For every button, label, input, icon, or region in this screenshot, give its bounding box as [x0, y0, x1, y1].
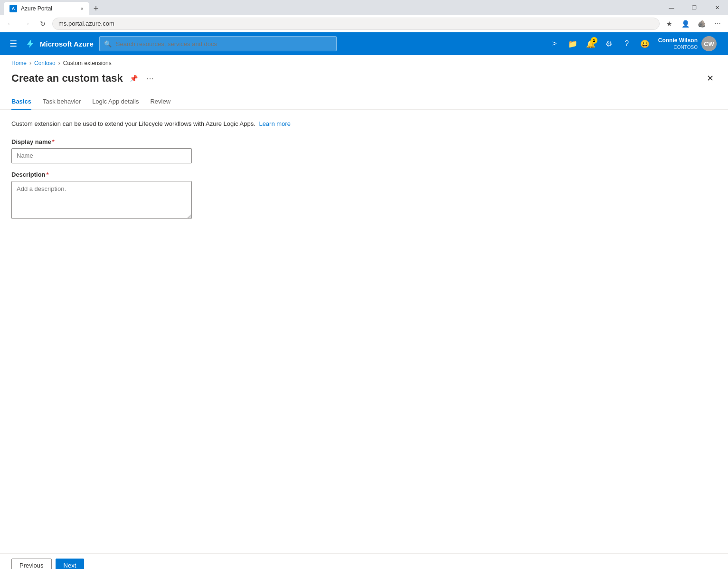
user-info: Connie Wilson CONTOSO: [658, 37, 698, 51]
tabs-bar: Basics Task behavior Logic App details R…: [0, 86, 728, 110]
breadcrumb: Home › Contoso › Custom extensions: [0, 55, 728, 66]
profile-button[interactable]: 👤: [679, 17, 692, 30]
display-name-group: Display name *: [11, 138, 717, 163]
display-name-required-star: *: [52, 138, 55, 145]
directory-button[interactable]: 📁: [564, 35, 581, 52]
description-required-star: *: [47, 171, 49, 178]
avatar: CW: [701, 36, 717, 51]
previous-button[interactable]: Previous: [11, 559, 52, 569]
description-group: Description *: [11, 171, 717, 220]
tab-basics[interactable]: Basics: [11, 94, 31, 110]
bottom-bar: Previous Next: [0, 553, 728, 569]
cloud-shell-button[interactable]: >: [546, 35, 563, 52]
back-button[interactable]: ←: [4, 17, 17, 30]
pin-icon[interactable]: 📌: [128, 73, 140, 84]
hamburger-button[interactable]: ☰: [8, 37, 19, 51]
search-box: 🔍: [99, 36, 337, 51]
form-description: Custom extension can be used to extend y…: [11, 119, 717, 129]
restore-button[interactable]: ❐: [683, 0, 705, 15]
close-panel-button[interactable]: ✕: [704, 70, 717, 86]
extensions-button[interactable]: 🪨: [695, 17, 708, 30]
breadcrumb-current: Custom extensions: [63, 60, 112, 66]
address-input[interactable]: [52, 18, 660, 30]
address-bar: ← → ↻ ★ 👤 🪨 ⋯: [0, 15, 728, 32]
tab-title: Azure Portal: [21, 5, 52, 12]
forward-button[interactable]: →: [20, 17, 33, 30]
breadcrumb-contoso[interactable]: Contoso: [34, 60, 56, 66]
page-title: Create an custom task: [11, 72, 123, 85]
breadcrumb-separator-2: ›: [58, 60, 60, 66]
help-button[interactable]: ?: [618, 35, 635, 52]
display-name-label: Display name *: [11, 138, 717, 145]
window-controls: — ❐ ✕: [661, 0, 728, 15]
browser-chrome: A Azure Portal × + — ❐ ✕ ← → ↻ ★ 👤 🪨 ⋯: [0, 0, 728, 32]
azure-topnav: ☰ Microsoft Azure 🔍 > 📁 🔔 1 ⚙ ? 😀 Connie…: [0, 32, 728, 55]
breadcrumb-home[interactable]: Home: [11, 60, 27, 66]
description-textarea[interactable]: [11, 181, 192, 219]
global-search-input[interactable]: [99, 36, 337, 51]
page-title-row: Create an custom task 📌 ⋯: [11, 72, 156, 85]
notifications-button[interactable]: 🔔 1: [582, 35, 599, 52]
active-tab[interactable]: A Azure Portal ×: [4, 2, 89, 15]
feedback-button[interactable]: 😀: [636, 35, 653, 52]
tab-review[interactable]: Review: [150, 94, 170, 110]
refresh-button[interactable]: ↻: [36, 17, 49, 30]
notification-badge: 1: [591, 37, 597, 44]
minimize-button[interactable]: —: [661, 0, 682, 15]
tab-logic-app-details[interactable]: Logic App details: [92, 94, 139, 110]
tab-bar: A Azure Portal × + — ❐ ✕: [0, 0, 728, 15]
settings-button[interactable]: ⚙: [600, 35, 617, 52]
new-tab-button[interactable]: +: [89, 2, 103, 15]
search-icon: 🔍: [104, 40, 112, 47]
topnav-actions: > 📁 🔔 1 ⚙ ? 😀 Connie Wilson CONTOSO CW: [546, 34, 720, 53]
more-options-icon[interactable]: ⋯: [144, 72, 156, 85]
portal-content: Home › Contoso › Custom extensions Creat…: [0, 55, 728, 569]
breadcrumb-separator-1: ›: [29, 60, 31, 66]
tab-task-behavior[interactable]: Task behavior: [43, 94, 81, 110]
form-area: Custom extension can be used to extend y…: [0, 110, 728, 553]
logo-text: Microsoft Azure: [40, 40, 94, 48]
azure-logo-icon: [25, 38, 36, 49]
favorites-button[interactable]: ★: [662, 17, 676, 30]
next-button[interactable]: Next: [56, 559, 85, 569]
user-tenant: CONTOSO: [658, 44, 698, 50]
display-name-input[interactable]: [11, 148, 192, 163]
description-label-text: Description: [11, 171, 46, 178]
tab-close-icon[interactable]: ×: [81, 6, 84, 11]
learn-more-link[interactable]: Learn more: [259, 120, 290, 127]
settings-menu-button[interactable]: ⋯: [711, 17, 724, 30]
close-window-button[interactable]: ✕: [706, 0, 728, 15]
tab-favicon: A: [9, 5, 17, 12]
user-name: Connie Wilson: [658, 37, 698, 45]
display-name-label-text: Display name: [11, 138, 51, 145]
description-label: Description *: [11, 171, 717, 178]
azure-logo: Microsoft Azure: [25, 38, 94, 49]
form-description-text: Custom extension can be used to extend y…: [11, 120, 255, 127]
page-header: Create an custom task 📌 ⋯ ✕: [0, 66, 728, 86]
user-profile[interactable]: Connie Wilson CONTOSO CW: [654, 34, 720, 53]
